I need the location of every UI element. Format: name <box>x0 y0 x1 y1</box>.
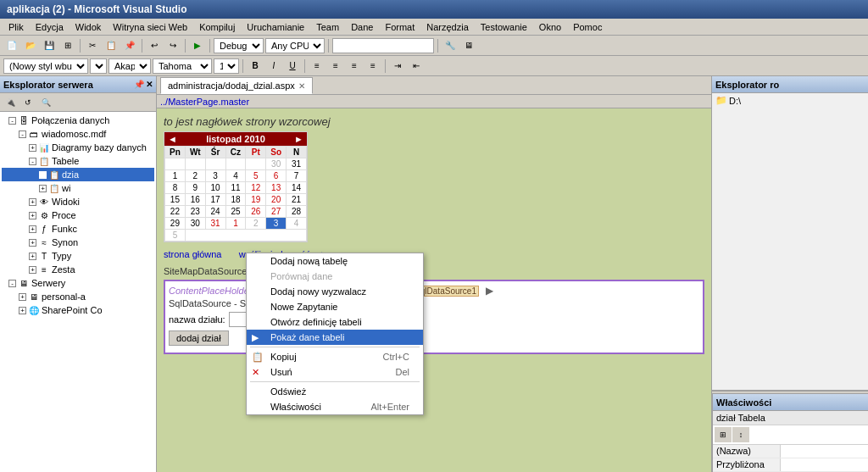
props-sort-cat-btn[interactable]: ⊞ <box>715 427 732 442</box>
ctx-refresh[interactable]: Odśwież <box>247 384 423 399</box>
cal-d11[interactable]: 11 <box>225 182 246 194</box>
expand-arrow[interactable]: ▶ <box>486 285 493 297</box>
cal-d10[interactable]: 10 <box>205 182 225 194</box>
cal-d14[interactable]: 14 <box>287 182 307 194</box>
cal-d[interactable] <box>185 158 205 170</box>
expand-funkc[interactable]: + <box>29 225 36 233</box>
platform-dropdown[interactable]: Any CPU <box>265 38 325 53</box>
font-dropdown[interactable]: Tahoma <box>153 58 212 74</box>
save-btn[interactable]: 💾 <box>41 38 58 53</box>
cal-d1[interactable]: 1 <box>165 170 186 182</box>
cal-d3[interactable]: 3 <box>205 170 225 182</box>
block-dropdown[interactable]: Akapit <box>108 58 151 74</box>
menu-testowanie[interactable]: Testowanie <box>476 20 532 34</box>
connect-btn[interactable]: 🔌 <box>2 95 19 110</box>
cal-d25[interactable]: 25 <box>225 206 246 218</box>
cal-d[interactable] <box>205 158 225 170</box>
tree-node-synon[interactable]: + ≈ Synon <box>2 236 154 249</box>
right-tree-root[interactable]: 📁 D:\ <box>712 93 868 108</box>
tree-node-tabele[interactable]: - 📋 Tabele <box>2 154 154 168</box>
new-project-btn[interactable]: 📄 <box>3 38 20 53</box>
cal-d30[interactable]: 30 <box>185 218 205 230</box>
menu-uruchamianie[interactable]: Uruchamianie <box>242 20 309 34</box>
tree-node-funkc[interactable]: + ƒ Funkc <box>2 222 154 236</box>
tree-node-proce[interactable]: + ⚙ Proce <box>2 208 154 222</box>
tree-filter-btn[interactable]: 🔍 <box>37 95 54 110</box>
expand-diagramy[interactable]: + <box>29 144 36 152</box>
server-explorer-btn[interactable]: 🖥 <box>460 38 477 53</box>
cal-d21[interactable]: 21 <box>287 194 307 206</box>
cut-btn[interactable]: ✂ <box>84 38 101 53</box>
align-left-btn[interactable]: ≡ <box>309 58 326 74</box>
nav-home-link[interactable]: strona główna <box>164 249 222 259</box>
menu-narzedzia[interactable]: Narzędzia <box>421 20 474 34</box>
tree-node-wiadomosc[interactable]: - 🗃 wiadomosc.mdf <box>2 127 154 141</box>
menu-widok[interactable]: Widok <box>70 20 107 34</box>
props-val-przyblizona[interactable] <box>781 458 868 471</box>
cal-d19[interactable]: 19 <box>246 194 266 206</box>
expand-dzia[interactable]: + <box>39 171 47 179</box>
cal-d20[interactable]: 20 <box>266 194 287 206</box>
cal-d7[interactable]: 7 <box>287 170 307 182</box>
ctx-copy[interactable]: 📋 Kopiuj Ctrl+C <box>247 349 423 364</box>
cal-d15[interactable]: 15 <box>165 194 186 206</box>
menu-team[interactable]: Team <box>311 20 344 34</box>
justify-btn[interactable]: ≡ <box>364 58 381 74</box>
size-dropdown[interactable]: 11 <box>214 58 239 74</box>
tree-node-wi[interactable]: + 📋 wi <box>2 181 154 195</box>
close-server-explorer[interactable]: ✕ <box>146 80 153 89</box>
cal-d31[interactable]: 31 <box>205 218 225 230</box>
underline-btn[interactable]: U <box>284 58 301 74</box>
tag-dropdown[interactable]: a↕ <box>90 58 107 74</box>
cal-d3b[interactable]: 3 <box>266 218 287 230</box>
align-right-btn[interactable]: ≡ <box>346 58 363 74</box>
tree-node-sharepoint[interactable]: + 🌐 SharePoint Co <box>2 303 154 317</box>
cal-d[interactable]: 31 <box>287 158 307 170</box>
cal-d29[interactable]: 29 <box>165 218 186 230</box>
cal-d4b[interactable]: 4 <box>287 218 307 230</box>
tree-node-widoki[interactable]: + 👁 Widoki <box>2 195 154 208</box>
ctx-properties[interactable]: Właściwości Alt+Enter <box>247 399 423 414</box>
expand-synon[interactable]: + <box>29 239 36 247</box>
align-center-btn[interactable]: ≡ <box>327 58 344 74</box>
toolbox-btn[interactable]: 🔧 <box>442 38 459 53</box>
menu-kompiluj[interactable]: Kompiluj <box>194 20 240 34</box>
cal-d24[interactable]: 24 <box>205 206 225 218</box>
cal-d26[interactable]: 26 <box>246 206 266 218</box>
menu-edycja[interactable]: Edycja <box>31 20 69 34</box>
cal-d23[interactable]: 23 <box>185 206 205 218</box>
tree-node-polaczenia[interactable]: - 🗄 Połączenia danych <box>2 114 154 127</box>
menu-witryna[interactable]: Witryna sieci Web <box>108 20 192 34</box>
menu-okno[interactable]: Okno <box>534 20 566 34</box>
expand-sharepoint[interactable]: + <box>19 307 26 314</box>
cal-d2[interactable]: 2 <box>185 170 205 182</box>
menu-dane[interactable]: Dane <box>346 20 378 34</box>
tab-aspx[interactable]: administracja/dodaj_dzial.aspx ✕ <box>160 77 313 94</box>
undo-btn[interactable]: ↩ <box>146 38 163 53</box>
ctx-show-data[interactable]: ▶ Pokaż dane tabeli <box>247 330 423 345</box>
find-input[interactable] <box>332 38 434 53</box>
expand-personal[interactable]: + <box>19 293 26 301</box>
ctx-new-query[interactable]: Nowe Zapytanie <box>247 299 423 314</box>
cal-d[interactable]: 30 <box>266 158 287 170</box>
redo-btn[interactable]: ↪ <box>164 38 181 53</box>
italic-btn[interactable]: I <box>265 58 282 74</box>
cal-d6[interactable]: 6 <box>266 170 287 182</box>
ctx-delete[interactable]: ✕ Usuń Del <box>247 364 423 380</box>
expand-serwery[interactable]: - <box>8 280 16 287</box>
copy-btn[interactable]: 📋 <box>103 38 120 53</box>
ctx-add-table[interactable]: Dodaj nową tabelę <box>247 253 423 269</box>
cal-d12[interactable]: 12 <box>246 182 266 194</box>
props-val-name[interactable] <box>781 445 868 458</box>
menu-format[interactable]: Format <box>380 20 420 34</box>
expand-wiadomosc[interactable]: - <box>19 130 26 138</box>
menu-plik[interactable]: Plik <box>3 20 29 34</box>
open-btn[interactable]: 📂 <box>22 38 39 53</box>
pin-icon[interactable]: 📌 <box>134 80 144 89</box>
right-tree-item[interactable]: 📁 D:\ <box>715 95 865 106</box>
cal-d22[interactable]: 22 <box>165 206 186 218</box>
tree-node-dzia[interactable]: + 📋 dzia <box>2 168 154 181</box>
cal-d5b[interactable]: 5 <box>165 230 186 242</box>
ctx-open-def[interactable]: Otwórz definicję tabeli <box>247 314 423 330</box>
cal-d28[interactable]: 28 <box>287 206 307 218</box>
